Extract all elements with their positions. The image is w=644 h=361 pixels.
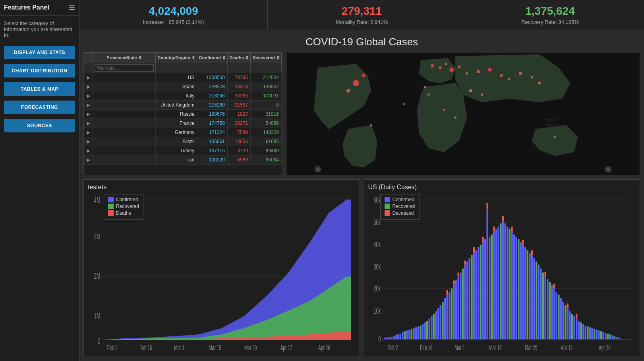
chart-distribution-button[interactable]: CHART DISTRIBUTION [4,64,75,78]
filter-country-cell [156,63,197,73]
row-arrow[interactable]: ▶ [84,91,93,101]
col-confirmed[interactable]: Confirmed ⇕ [197,53,228,63]
svg-rect-84 [417,326,419,339]
svg-text:20k: 20k [373,284,381,293]
table-row: ▶ United Kingdom 215260 31587 0 [84,101,282,110]
col-recovered[interactable]: Recovered ⇕ [251,53,282,63]
deaths-number: 279,311 [276,5,448,17]
row-country: Turkey [156,146,197,155]
top-stats: 4,024,009 Increase: +85,945 (2.14%) 279,… [79,0,644,30]
col-deaths[interactable]: Deaths ⇕ [227,53,250,63]
svg-text:Feb 2: Feb 2 [387,344,398,352]
svg-rect-187 [611,335,613,339]
left-chart-title: testets [88,184,356,191]
svg-rect-124 [491,235,492,339]
table-row: ▶ Spain 223578 26478 133952 [84,82,282,91]
row-deaths: 6589 [227,155,250,165]
svg-text:Feb 16: Feb 16 [420,344,432,352]
svg-rect-117 [480,245,481,339]
svg-rect-155 [547,279,548,339]
forecasting-button[interactable]: FORECASTING [4,101,75,114]
svg-rect-98 [446,290,448,295]
svg-point-31 [424,86,426,88]
svg-rect-118 [482,243,483,339]
svg-rect-176 [587,326,588,339]
svg-text:3M: 3M [94,232,101,241]
row-arrow[interactable]: ▶ [84,101,93,110]
svg-rect-156 [549,282,550,339]
row-arrow[interactable]: ▶ [84,137,93,146]
row-confirmed: 218268 [197,91,228,101]
sidebar-description: Select the category of information you a… [0,16,79,43]
row-arrow[interactable]: ▶ [84,155,93,165]
filter-province-cell[interactable] [93,63,156,73]
row-recovered: 143300 [251,128,282,137]
svg-rect-129 [500,223,501,339]
filter-province-input[interactable] [95,64,154,72]
svg-rect-172 [578,321,579,339]
svg-text:40k: 40k [373,240,381,248]
svg-rect-168 [571,314,572,339]
row-arrow[interactable]: ▶ [84,73,93,82]
right-legend-confirmed-box [385,197,390,202]
svg-rect-175 [584,326,586,339]
row-deaths: 26478 [227,82,250,91]
svg-rect-115 [475,250,477,339]
row-deaths: 26271 [227,119,250,128]
svg-point-21 [508,78,510,80]
row-arrow[interactable]: ▶ [84,110,93,119]
svg-text:Ocean: Ocean [545,122,556,127]
recovered-number: 1,375,624 [464,5,636,17]
svg-point-20 [500,74,503,77]
display-stats-button[interactable]: DISPLAY AND STATS [4,46,75,59]
svg-rect-83 [415,327,416,339]
col-province[interactable]: Province/State ⇕ [93,53,156,63]
svg-point-12 [431,64,435,68]
filter-arrow-cell [84,63,93,73]
row-province [93,101,156,110]
data-table: Province/State ⇕ Country/Region ⇕ Confir… [84,52,282,165]
col-country[interactable]: Country/Region ⇕ [156,53,197,63]
svg-rect-123 [489,237,490,339]
row-province [93,137,156,146]
tables-map-button[interactable]: TABLES & MAP [4,82,75,96]
svg-rect-108 [464,265,466,340]
sources-button[interactable]: SOURCES [4,119,75,132]
row-confirmed: 137115 [197,146,228,155]
svg-rect-140 [520,243,521,339]
svg-rect-186 [609,334,611,339]
filter-recovered-cell [251,63,282,73]
svg-rect-85 [420,326,421,339]
hamburger-icon[interactable]: ☰ [69,3,75,12]
svg-rect-114 [473,247,474,253]
row-arrow[interactable]: ▶ [84,146,93,155]
row-confirmed: 215260 [197,101,228,110]
row-arrow[interactable]: ▶ [84,128,93,137]
svg-point-29 [370,124,373,126]
svg-point-15 [449,68,454,72]
svg-rect-126 [493,227,495,231]
svg-text:Mar 1: Mar 1 [174,344,184,352]
svg-rect-77 [402,332,403,339]
svg-point-28 [454,116,456,119]
row-arrow[interactable]: ▶ [84,82,93,91]
deaths-sub: Mortality Rate: 6.941% [276,19,448,25]
svg-rect-137 [513,235,514,339]
svg-rect-110 [466,262,468,340]
middle-row: Province/State ⇕ Country/Region ⇕ Confir… [79,52,644,179]
svg-rect-169 [573,316,575,339]
legend-deaths-label: Deaths [116,210,131,216]
svg-rect-87 [424,322,425,339]
svg-rect-149 [535,262,537,340]
svg-rect-111 [468,258,470,339]
svg-rect-134 [509,229,510,339]
col-arrow [84,53,93,63]
svg-text:Apr 26: Apr 26 [318,344,330,352]
svg-rect-102 [453,280,454,284]
svg-text:4M: 4M [94,195,101,204]
row-confirmed: 198676 [197,110,228,119]
row-province [93,146,156,155]
svg-point-9 [353,80,359,86]
row-arrow[interactable]: ▶ [84,119,93,128]
svg-rect-130 [502,221,503,339]
